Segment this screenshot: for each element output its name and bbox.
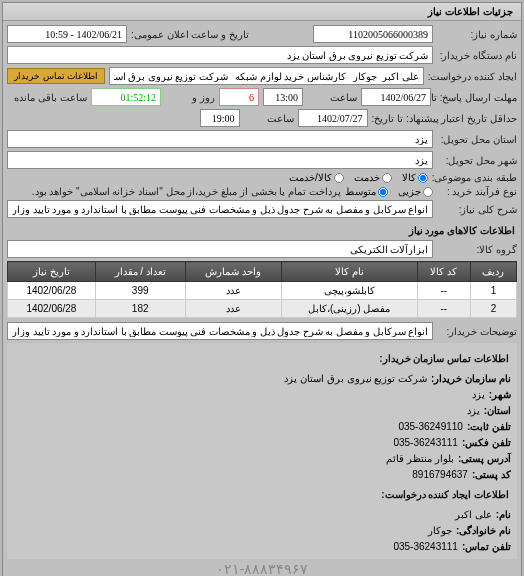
cell-idx: 1 bbox=[470, 282, 516, 300]
radio-partial-label: جزیی bbox=[398, 186, 421, 197]
phone-val: 035-36249110 bbox=[398, 419, 463, 435]
radio-both[interactable]: کالا/خدمت bbox=[289, 172, 344, 183]
cell-qty: 182 bbox=[95, 300, 185, 318]
deadline-label: مهلت ارسال پاسخ: تا تاریخ: bbox=[435, 92, 517, 103]
fname-val: علی اکبر bbox=[455, 507, 492, 523]
table-row[interactable]: 2 -- مفصل (رزینی)،کابل عدد 182 1402/06/2… bbox=[8, 300, 517, 318]
cell-code: -- bbox=[417, 282, 470, 300]
addr-val: بلوار منتظر قائم bbox=[386, 451, 454, 467]
prov-lbl: استان: bbox=[484, 403, 511, 419]
process-label: نوع فرآیند خرید : bbox=[437, 186, 517, 197]
deliver-city-label: شهر محل تحویل: bbox=[437, 155, 517, 166]
radio-goods-input[interactable] bbox=[418, 173, 428, 183]
row-need-type: طبقه بندی موضوعی: کالا خدمت کالا/خدمت bbox=[7, 172, 517, 183]
radio-partial[interactable]: جزیی bbox=[398, 186, 433, 197]
creator-label: ایجاد کننده درخواست: bbox=[428, 71, 517, 82]
post-lbl: کد پستی: bbox=[472, 467, 511, 483]
cphone-val: 035-36243111 bbox=[393, 539, 458, 555]
row-creator: ایجاد کننده درخواست: اطلاعات تماس خریدار bbox=[7, 67, 517, 85]
remain-label: ساعت باقی مانده bbox=[7, 92, 87, 103]
buyer-note-input[interactable] bbox=[7, 322, 433, 340]
deadline-time-input[interactable] bbox=[263, 88, 303, 106]
table-row[interactable]: 1 -- کابلشو،پیچی عدد 399 1402/06/28 bbox=[8, 282, 517, 300]
radio-service-input[interactable] bbox=[382, 173, 392, 183]
footer-phone: ۰۲۱-۸۸۸۳۴۹۶۷ bbox=[7, 561, 517, 576]
radio-both-input[interactable] bbox=[334, 173, 344, 183]
dept-label: نام دستگاه خریدار: bbox=[437, 50, 517, 61]
min-valid-time-input[interactable] bbox=[200, 109, 240, 127]
radio-service[interactable]: خدمت bbox=[354, 172, 392, 183]
org-name: شرکت توزیع نیروی برق استان یزد bbox=[284, 371, 427, 387]
creator-input[interactable] bbox=[109, 67, 424, 85]
radio-both-label: کالا/خدمت bbox=[289, 172, 332, 183]
panel-title: جزئیات اطلاعات نیاز bbox=[3, 3, 521, 21]
row-subject: شرح کلی نیاز: bbox=[7, 200, 517, 218]
cell-unit: عدد bbox=[185, 282, 281, 300]
announce-label: تاریخ و ساعت اعلان عمومی: bbox=[131, 29, 249, 40]
row-buyer-note: توضیحات خریدار: bbox=[7, 322, 517, 340]
cell-date: 1402/06/28 bbox=[8, 300, 96, 318]
contact-section-title: اطلاعات تماس سازمان خریدار: bbox=[13, 347, 511, 371]
org-name-lbl: نام سازمان خریدار: bbox=[431, 371, 511, 387]
announce-input[interactable] bbox=[7, 25, 127, 43]
goods-table: ردیف کد کالا نام کالا واحد شمارش تعداد /… bbox=[7, 261, 517, 318]
row-deadline: مهلت ارسال پاسخ: تا تاریخ: ساعت روز و سا… bbox=[7, 88, 517, 106]
phone-lbl: تلفن ثابت: bbox=[467, 419, 511, 435]
radio-goods[interactable]: کالا bbox=[402, 172, 428, 183]
cell-name: کابلشو،پیچی bbox=[281, 282, 417, 300]
req-no-label: شماره نیاز: bbox=[437, 29, 517, 40]
radio-goods-label: کالا bbox=[402, 172, 416, 183]
th-name: نام کالا bbox=[281, 262, 417, 282]
row-min-valid: حداقل تاریخ اعتبار پیشنهاد: تا تاریخ: سا… bbox=[7, 109, 517, 127]
fax-val: 035-36243111 bbox=[393, 435, 458, 451]
remain-input bbox=[91, 88, 161, 106]
time-label-1: ساعت bbox=[307, 92, 357, 103]
subject-input[interactable] bbox=[7, 200, 433, 218]
row-deliver-prov: استان محل تحویل: bbox=[7, 130, 517, 148]
contact-buyer-button[interactable]: اطلاعات تماس خریدار bbox=[7, 68, 105, 84]
radio-partial-input[interactable] bbox=[423, 187, 433, 197]
row-deliver-city: شهر محل تحویل: bbox=[7, 151, 517, 169]
table-header-row: ردیف کد کالا نام کالا واحد شمارش تعداد /… bbox=[8, 262, 517, 282]
dept-input[interactable] bbox=[7, 46, 433, 64]
deliver-prov-input[interactable] bbox=[7, 130, 433, 148]
cell-qty: 399 bbox=[95, 282, 185, 300]
row-process: نوع فرآیند خرید : جزیی متوسط پرداخت تمام… bbox=[7, 186, 517, 197]
min-valid-date-input[interactable] bbox=[298, 109, 368, 127]
th-code: کد کالا bbox=[417, 262, 470, 282]
cell-idx: 2 bbox=[470, 300, 516, 318]
city-lbl: شهر: bbox=[489, 387, 511, 403]
contact-info-block: اطلاعات تماس سازمان خریدار: نام سازمان خ… bbox=[7, 343, 517, 559]
row-req-no: شماره نیاز: تاریخ و ساعت اعلان عمومی: bbox=[7, 25, 517, 43]
th-idx: ردیف bbox=[470, 262, 516, 282]
radio-medium-label: متوسط bbox=[345, 186, 376, 197]
days-label: روز و bbox=[165, 92, 215, 103]
details-panel: جزئیات اطلاعات نیاز شماره نیاز: تاریخ و … bbox=[2, 2, 522, 576]
addr-lbl: آدرس پستی: bbox=[458, 451, 511, 467]
deadline-date-input[interactable] bbox=[361, 88, 431, 106]
radio-service-label: خدمت bbox=[354, 172, 380, 183]
cell-unit: عدد bbox=[185, 300, 281, 318]
radio-medium-input[interactable] bbox=[378, 187, 388, 197]
group-input[interactable] bbox=[7, 240, 433, 258]
fax-lbl: تلفن فکس: bbox=[462, 435, 511, 451]
th-qty: تعداد / مقدار bbox=[95, 262, 185, 282]
need-type-radios: کالا خدمت کالا/خدمت bbox=[289, 172, 428, 183]
th-unit: واحد شمارش bbox=[185, 262, 281, 282]
deliver-city-input[interactable] bbox=[7, 151, 433, 169]
subject-label: شرح کلی نیاز: bbox=[437, 204, 517, 215]
deliver-prov-label: استان محل تحویل: bbox=[437, 134, 517, 145]
goods-section-title: اطلاعات کالاهای مورد نیاز bbox=[7, 221, 517, 240]
cell-date: 1402/06/28 bbox=[8, 282, 96, 300]
cphone-lbl: تلفن تماس: bbox=[462, 539, 511, 555]
process-radios: جزیی متوسط bbox=[345, 186, 433, 197]
group-label: گروه کالا: bbox=[437, 244, 517, 255]
radio-medium[interactable]: متوسط bbox=[345, 186, 388, 197]
need-type-label: طبقه بندی موضوعی: bbox=[432, 172, 517, 183]
time-label-2: ساعت bbox=[244, 113, 294, 124]
req-no-input[interactable] bbox=[313, 25, 433, 43]
fname-lbl: نام: bbox=[496, 507, 511, 523]
min-valid-label: حداقل تاریخ اعتبار پیشنهاد: تا تاریخ: bbox=[372, 113, 517, 124]
post-val: 8916794637 bbox=[412, 467, 468, 483]
lname-val: جوکار bbox=[428, 523, 452, 539]
